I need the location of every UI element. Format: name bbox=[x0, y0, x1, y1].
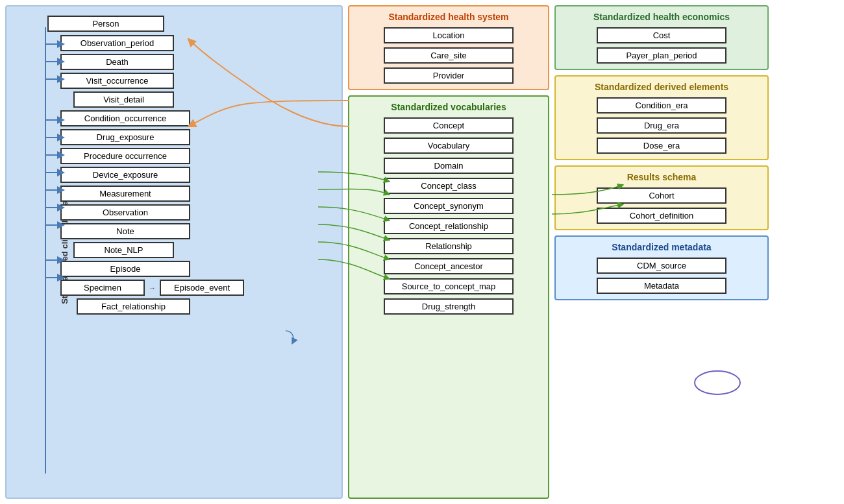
cost-node: Cost bbox=[597, 27, 726, 43]
death-row: Death bbox=[60, 54, 336, 70]
health-economics-title: Standardized health economics bbox=[561, 12, 762, 22]
note-node: Note bbox=[60, 223, 190, 239]
left-panel: Standardized clinical data Person Observ… bbox=[5, 5, 343, 499]
cohort-node: Cohort bbox=[597, 187, 726, 204]
domain-node: Domain bbox=[384, 158, 514, 174]
episode-event-node: Episode_event bbox=[160, 280, 244, 296]
specimen-episode-row: Specimen → Episode_event bbox=[60, 280, 336, 296]
proc-occ-node: Procedure occurrence bbox=[60, 148, 190, 164]
provider-node: Provider bbox=[384, 67, 514, 84]
condition-occ-node: Condition_occurrence bbox=[60, 110, 190, 126]
drug-exp-node: Drug_exposure bbox=[60, 129, 190, 145]
health-system-section: Standardized health system Location Care… bbox=[348, 5, 549, 90]
specimen-node: Specimen bbox=[60, 280, 145, 296]
concept-node: Concept bbox=[384, 117, 514, 134]
person-node: Person bbox=[47, 16, 164, 32]
results-schema-nodes: Cohort Cohort_definition bbox=[561, 187, 762, 224]
note-row: Note bbox=[60, 223, 336, 239]
cdm-source-node: CDM_source bbox=[597, 258, 726, 274]
fact-rel-row: Fact_relationship bbox=[77, 298, 336, 315]
condition-era-node: Condition_era bbox=[597, 97, 726, 114]
derived-elements-nodes: Condition_era Drug_era Dose_era bbox=[561, 97, 762, 154]
obs-period-node: Observation_period bbox=[60, 35, 174, 51]
health-system-nodes: Location Care_site Provider bbox=[354, 27, 543, 84]
measurement-row: Measurement bbox=[60, 186, 336, 202]
results-schema-section: Results schema Cohort Cohort_definition bbox=[554, 165, 769, 230]
right-panel: Standardized health economics Cost Payer… bbox=[554, 5, 769, 499]
cohort-definition-node: Cohort_definition bbox=[597, 208, 726, 224]
measurement-node: Measurement bbox=[60, 186, 190, 202]
note-nlp-node: Note_NLP bbox=[73, 242, 174, 258]
device-exp-node: Device_exposure bbox=[60, 167, 190, 183]
derived-elements-title: Standardized derived elements bbox=[561, 82, 762, 92]
concept-synonym-node: Concept_synonym bbox=[384, 198, 514, 214]
visit-occ-node: Visit_occurrence bbox=[60, 73, 174, 89]
source-concept-map-node: Source_to_concept_map bbox=[384, 278, 514, 294]
vocabularies-section: Standardized vocabularies Concept Vocabu… bbox=[348, 95, 549, 499]
vocabularies-nodes: Concept Vocabulary Domain Concept_class … bbox=[354, 117, 543, 315]
care-site-node: Care_site bbox=[384, 47, 514, 64]
drug-exp-row: Drug_exposure bbox=[60, 129, 336, 145]
obs-period-row: Observation_period bbox=[60, 35, 336, 51]
device-exp-row: Device_exposure bbox=[60, 167, 336, 183]
payer-plan-node: Payer_plan_period bbox=[597, 47, 726, 64]
concept-class-node: Concept_class bbox=[384, 178, 514, 194]
location-node: Location bbox=[384, 27, 514, 43]
observation-node: Observation bbox=[60, 204, 190, 221]
metadata-title: Standardized metadata bbox=[561, 242, 762, 252]
note-nlp-row: Note_NLP bbox=[73, 242, 336, 258]
vocabulary-node: Vocabulary bbox=[384, 138, 514, 154]
episode-node: Episode bbox=[60, 261, 190, 277]
concept-relationship-node: Concept_relationship bbox=[384, 218, 514, 234]
fact-rel-node: Fact_relationship bbox=[77, 298, 190, 315]
visit-occ-row: Visit_occurrence bbox=[60, 73, 336, 89]
derived-elements-section: Standardized derived elements Condition_… bbox=[554, 75, 769, 160]
visit-detail-node: Visit_detail bbox=[73, 91, 174, 108]
vocabularies-title: Standardized vocabularies bbox=[354, 102, 543, 112]
proc-occ-row: Procedure occurrence bbox=[60, 148, 336, 164]
episode-row: Episode bbox=[60, 261, 336, 277]
drug-era-node: Drug_era bbox=[597, 117, 726, 134]
condition-occ-row: Condition_occurrence bbox=[60, 110, 336, 126]
death-node: Death bbox=[60, 54, 174, 70]
metadata-nodes: CDM_source Metadata bbox=[561, 258, 762, 294]
health-system-title: Standardized health system bbox=[354, 12, 543, 22]
person-row: Person bbox=[47, 16, 336, 32]
concept-ancestor-node: Concept_ancestor bbox=[384, 258, 514, 274]
drug-strength-node: Drug_strength bbox=[384, 298, 514, 315]
visit-detail-row: Visit_detail bbox=[73, 91, 336, 108]
metadata-node: Metadata bbox=[597, 278, 726, 294]
metadata-section: Standardized metadata CDM_source Metadat… bbox=[554, 235, 769, 300]
health-economics-nodes: Cost Payer_plan_period bbox=[561, 27, 762, 64]
results-schema-title: Results schema bbox=[561, 172, 762, 182]
relationship-node: Relationship bbox=[384, 238, 514, 254]
middle-panel: Standardized health system Location Care… bbox=[348, 5, 549, 499]
observation-row: Observation bbox=[60, 204, 336, 221]
dose-era-node: Dose_era bbox=[597, 138, 726, 154]
health-economics-section: Standardized health economics Cost Payer… bbox=[554, 5, 769, 70]
